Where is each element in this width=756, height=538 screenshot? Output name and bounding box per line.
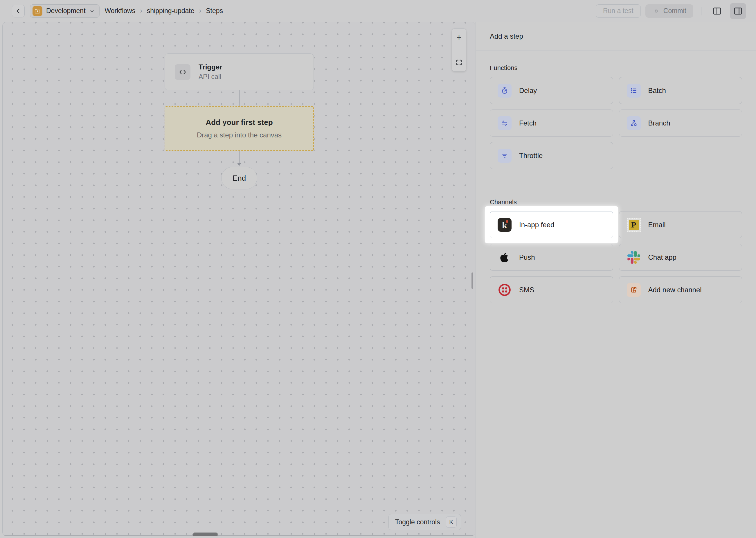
step-card-batch[interactable]: Batch bbox=[619, 77, 742, 104]
run-a-test-button[interactable]: Run a test bbox=[596, 4, 641, 18]
dropzone-title: Add your first step bbox=[206, 118, 273, 127]
zoom-controls: + − bbox=[452, 28, 466, 72]
in-app-feed-spotlight: k In-app feed bbox=[490, 211, 613, 238]
toggle-left-panel-button[interactable] bbox=[709, 3, 725, 19]
dropzone-subtitle: Drag a step into the canvas bbox=[197, 131, 282, 139]
panel-right-icon bbox=[733, 6, 743, 16]
apple-logo-icon bbox=[497, 250, 511, 264]
step-card-label: Push bbox=[519, 253, 535, 261]
environment-label: Development bbox=[46, 7, 86, 15]
stopwatch-icon bbox=[497, 84, 511, 98]
breadcrumb-steps[interactable]: Steps bbox=[206, 7, 223, 15]
connector-line bbox=[239, 151, 240, 163]
commit-button[interactable]: Commit bbox=[645, 4, 693, 18]
postmark-logo-icon: P bbox=[627, 218, 641, 232]
trigger-node[interactable]: Trigger API call bbox=[165, 53, 314, 90]
end-label: End bbox=[233, 174, 246, 183]
step-card-branch[interactable]: Branch bbox=[619, 110, 742, 136]
step-card-label: Delay bbox=[519, 86, 537, 95]
zoom-in-button[interactable]: + bbox=[452, 31, 466, 44]
top-bar-right: Run a test Commit bbox=[596, 3, 746, 19]
breadcrumb-separator: › bbox=[199, 7, 202, 15]
top-bar-left: Development Workflows › shipping-update … bbox=[12, 4, 596, 18]
step-card-push[interactable]: Push bbox=[490, 244, 613, 271]
connector-line bbox=[239, 90, 240, 106]
horizontal-scrollbar-thumb[interactable] bbox=[193, 532, 218, 536]
chevron-down-icon bbox=[89, 8, 95, 14]
knock-logo-icon: k bbox=[497, 218, 511, 232]
breadcrumb-separator: › bbox=[140, 7, 142, 15]
step-card-in-app-feed[interactable]: k In-app feed bbox=[490, 211, 613, 238]
step-card-label: Add new channel bbox=[648, 286, 702, 294]
vertical-scrollbar-thumb[interactable] bbox=[471, 273, 473, 289]
trigger-subtitle: API call bbox=[199, 73, 222, 81]
add-first-step-dropzone[interactable]: Add your first step Drag a step into the… bbox=[165, 106, 314, 151]
branch-tree-icon bbox=[627, 116, 641, 130]
add-step-panel: Add a step Functions Delay bbox=[476, 22, 756, 538]
panel-title: Add a step bbox=[476, 22, 756, 51]
step-card-sms[interactable]: SMS bbox=[490, 276, 613, 303]
end-node: End bbox=[221, 167, 257, 189]
horizontal-scrollbar-track bbox=[3, 535, 475, 536]
step-card-label: Throttle bbox=[519, 152, 543, 160]
environment-folder-icon bbox=[32, 6, 42, 16]
toggle-right-panel-button[interactable] bbox=[730, 3, 746, 19]
breadcrumb-workflows[interactable]: Workflows bbox=[105, 7, 136, 15]
fetch-arrows-icon bbox=[497, 116, 511, 130]
channels-section-label: Channels bbox=[490, 198, 742, 206]
step-card-label: Branch bbox=[648, 119, 670, 127]
step-card-fetch[interactable]: Fetch bbox=[490, 110, 613, 136]
slack-logo-icon bbox=[627, 250, 641, 264]
zoom-out-button[interactable]: − bbox=[452, 44, 466, 56]
chevron-left-icon bbox=[15, 8, 21, 14]
functions-section: Functions Delay Batch bbox=[476, 64, 756, 185]
toggle-controls-button[interactable]: Toggle controls K bbox=[389, 514, 461, 530]
code-icon bbox=[175, 64, 190, 80]
top-bar: Development Workflows › shipping-update … bbox=[0, 0, 756, 22]
breadcrumb: Workflows › shipping-update › Steps bbox=[105, 7, 223, 15]
environment-selector[interactable]: Development bbox=[30, 4, 100, 18]
step-card-label: SMS bbox=[519, 286, 534, 294]
keyboard-shortcut-badge: K bbox=[446, 516, 457, 527]
step-card-label: In-app feed bbox=[519, 221, 554, 229]
twilio-logo-icon bbox=[497, 283, 511, 297]
commit-label: Commit bbox=[663, 7, 686, 15]
functions-grid: Delay Batch Fetch bbox=[490, 77, 742, 169]
trigger-title: Trigger bbox=[199, 63, 222, 71]
back-button[interactable] bbox=[12, 5, 25, 18]
fullscreen-icon bbox=[455, 59, 462, 66]
step-card-chat-app[interactable]: Chat app bbox=[619, 244, 742, 271]
breadcrumb-workflow-name[interactable]: shipping-update bbox=[147, 7, 195, 15]
throttle-lines-icon bbox=[497, 149, 511, 163]
toolbar-divider bbox=[701, 7, 701, 15]
step-card-delay[interactable]: Delay bbox=[490, 77, 613, 104]
step-card-label: Chat app bbox=[648, 253, 677, 261]
step-card-email[interactable]: P Email bbox=[619, 211, 742, 238]
step-card-label: Email bbox=[648, 221, 666, 229]
batch-list-icon bbox=[627, 84, 641, 98]
connector-arrowhead bbox=[237, 163, 242, 166]
git-commit-icon bbox=[652, 7, 660, 15]
channels-grid: k In-app feed P Email Push bbox=[490, 211, 742, 303]
step-card-add-new-channel[interactable]: Add new channel bbox=[619, 276, 742, 303]
functions-section-label: Functions bbox=[490, 64, 742, 72]
panel-left-icon bbox=[712, 6, 722, 16]
step-card-throttle[interactable]: Throttle bbox=[490, 142, 613, 169]
toggle-controls-label: Toggle controls bbox=[395, 518, 440, 526]
workflow-canvas[interactable]: Trigger API call Add your first step Dra… bbox=[2, 22, 475, 536]
step-card-label: Batch bbox=[648, 86, 666, 95]
step-card-label: Fetch bbox=[519, 119, 537, 127]
add-blocks-icon bbox=[627, 283, 641, 297]
channels-section: Channels k In-app feed P Email bbox=[476, 185, 756, 319]
fit-view-button[interactable] bbox=[452, 56, 466, 69]
